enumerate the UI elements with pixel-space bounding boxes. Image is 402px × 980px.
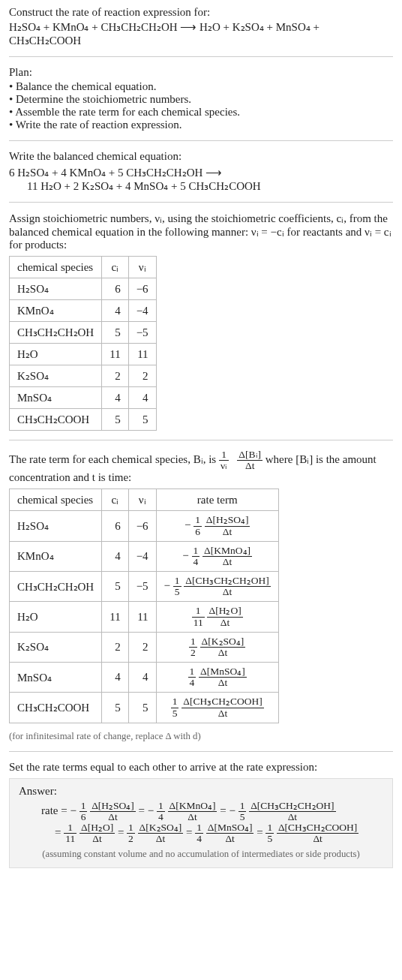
- frac-den: Δt: [237, 461, 262, 471]
- table-cell: 12 Δ[K₂SO₄]Δt: [156, 632, 278, 662]
- table-cell: 4: [128, 387, 156, 409]
- table-cell: KMnO₄: [10, 541, 102, 571]
- intro-title: Construct the rate of reaction expressio…: [9, 6, 393, 19]
- rate-coeff-frac: 1 νᵢ: [219, 449, 229, 471]
- fraction: Δ[CH₃CH₂COOH]Δt: [182, 696, 263, 718]
- frac-num: 1: [219, 449, 229, 461]
- fraction: Δ[CH₃CH₂CH₂OH]Δt: [249, 801, 335, 822]
- table-cell: H₂SO₄: [10, 511, 102, 541]
- plan-item: Write the rate of reaction expression.: [9, 119, 393, 131]
- answer-expression: rate = − 16 Δ[H₂SO₄]Δt = − 14 Δ[KMnO₄]Δt…: [19, 801, 383, 845]
- divider: [9, 751, 393, 752]
- table-cell: 11: [102, 602, 128, 632]
- table-cell: 4: [102, 387, 128, 409]
- table-cell: −4: [128, 541, 156, 571]
- answer-box: Answer: rate = − 16 Δ[H₂SO₄]Δt = − 14 Δ[…: [9, 778, 393, 869]
- fraction: Δ[CH₃CH₂COOH]Δt: [277, 822, 358, 844]
- table-cell: K₂SO₄: [10, 365, 102, 387]
- table-cell: CH₃CH₂COOH: [10, 693, 102, 723]
- fraction: Δ[K₂SO₄]Δt: [138, 822, 184, 844]
- table-row: CH₃CH₂CH₂OH5−5− 15 Δ[CH₃CH₂CH₂OH]Δt: [10, 572, 279, 602]
- table-row: H₂O1111 111 Δ[H₂O]Δt: [10, 602, 279, 632]
- divider: [9, 140, 393, 141]
- table-cell: K₂SO₄: [10, 632, 102, 662]
- rate-term-text: The rate term for each chemical species,…: [9, 449, 393, 484]
- fraction: 111: [192, 606, 205, 627]
- fraction: 12: [127, 822, 135, 844]
- table-header: νᵢ: [128, 489, 156, 511]
- plan-list: Balance the chemical equation. Determine…: [9, 80, 393, 131]
- table-cell: CH₃CH₂COOH: [10, 409, 102, 431]
- table-cell: 14 Δ[MnSO₄]Δt: [156, 663, 278, 693]
- intro-equation: H₂SO₄ + KMnO₄ + CH₃CH₂CH₂OH ⟶ H₂O + K₂SO…: [9, 20, 393, 47]
- table-header: chemical species: [10, 489, 102, 511]
- rate-term: − 16 Δ[H₂SO₄]Δt: [70, 804, 135, 816]
- table-cell: 4: [102, 541, 128, 571]
- table2-caption: (for infinitesimal rate of change, repla…: [9, 731, 393, 742]
- rate-term: 14 Δ[MnSO₄]Δt: [188, 670, 247, 682]
- table-cell: 2: [102, 365, 128, 387]
- plan-item: Assemble the rate term for each chemical…: [9, 106, 393, 119]
- fraction: Δ[KMnO₄]Δt: [202, 546, 252, 567]
- fraction: 14: [157, 801, 165, 822]
- fraction: 15: [171, 696, 179, 718]
- fraction: 15: [238, 801, 247, 822]
- table-header: cᵢ: [102, 489, 128, 511]
- rate-term: 14 Δ[MnSO₄]Δt: [195, 826, 254, 838]
- table-cell: H₂O: [10, 344, 102, 365]
- table-cell: 5: [102, 572, 128, 602]
- rate-term: − 15 Δ[CH₃CH₂CH₂OH]Δt: [229, 804, 335, 816]
- frac-num: Δ[Bᵢ]: [237, 449, 262, 461]
- table-cell: 11: [102, 344, 128, 365]
- fraction: 14: [195, 822, 203, 844]
- rate-delta-frac: Δ[Bᵢ] Δt: [237, 449, 262, 471]
- table-row: K₂SO₄22: [10, 365, 157, 387]
- table-cell: 2: [102, 632, 128, 662]
- table-cell: KMnO₄: [10, 300, 102, 322]
- table-row: K₂SO₄22 12 Δ[K₂SO₄]Δt: [10, 632, 279, 662]
- table-cell: − 14 Δ[KMnO₄]Δt: [156, 541, 278, 571]
- divider: [9, 202, 393, 203]
- table-cell: CH₃CH₂CH₂OH: [10, 572, 102, 602]
- table-row: CH₃CH₂COOH55 15 Δ[CH₃CH₂COOH]Δt: [10, 693, 279, 723]
- fraction: Δ[CH₃CH₂CH₂OH]Δt: [184, 576, 270, 597]
- table-cell: 11: [128, 602, 156, 632]
- table-row: KMnO₄4−4: [10, 300, 157, 322]
- table-cell: H₂SO₄: [10, 278, 102, 300]
- table-cell: − 16 Δ[H₂SO₄]Δt: [156, 511, 278, 541]
- rate-term: − 14 Δ[KMnO₄]Δt: [182, 549, 252, 561]
- fraction: Δ[KMnO₄]Δt: [168, 801, 218, 822]
- rate-term: 111 Δ[H₂O]Δt: [64, 826, 115, 838]
- table-cell: 2: [128, 365, 156, 387]
- fraction: Δ[H₂O]Δt: [80, 822, 115, 844]
- fraction: 14: [192, 546, 200, 567]
- table-row: CH₃CH₂CH₂OH5−5: [10, 322, 157, 344]
- table-cell: 15 Δ[CH₃CH₂COOH]Δt: [156, 693, 278, 723]
- table-row: H₂SO₄6−6− 16 Δ[H₂SO₄]Δt: [10, 511, 279, 541]
- answer-label: Answer:: [19, 785, 383, 798]
- fraction: Δ[H₂SO₄]Δt: [205, 515, 250, 537]
- table-cell: H₂O: [10, 602, 102, 632]
- rate-term: − 15 Δ[CH₃CH₂CH₂OH]Δt: [164, 579, 271, 591]
- balanced-line2: 11 H₂O + 2 K₂SO₄ + 4 MnSO₄ + 5 CH₃CH₂COO…: [9, 179, 393, 193]
- table-cell: − 15 Δ[CH₃CH₂CH₂OH]Δt: [156, 572, 278, 602]
- plan-label: Plan:: [9, 66, 393, 79]
- table-cell: −6: [128, 511, 156, 541]
- table-row: MnSO₄44: [10, 387, 157, 409]
- rate-term-table: chemical species cᵢ νᵢ rate term H₂SO₄6−…: [9, 488, 279, 723]
- fraction: Δ[H₂SO₄]Δt: [90, 801, 136, 822]
- fraction: 15: [173, 576, 182, 597]
- table-cell: −5: [128, 572, 156, 602]
- fraction: 14: [188, 666, 196, 688]
- table-cell: −6: [128, 278, 156, 300]
- balanced-title: Write the balanced chemical equation:: [9, 150, 393, 163]
- table-cell: 5: [128, 693, 156, 723]
- rate-term: 111 Δ[H₂O]Δt: [192, 609, 243, 621]
- table-header: νᵢ: [128, 257, 156, 278]
- table-cell: MnSO₄: [10, 663, 102, 693]
- rate-term: − 14 Δ[KMnO₄]Δt: [148, 804, 218, 816]
- table-cell: 4: [102, 300, 128, 322]
- table-cell: CH₃CH₂CH₂OH: [10, 322, 102, 344]
- divider: [9, 56, 393, 57]
- table-cell: 2: [128, 632, 156, 662]
